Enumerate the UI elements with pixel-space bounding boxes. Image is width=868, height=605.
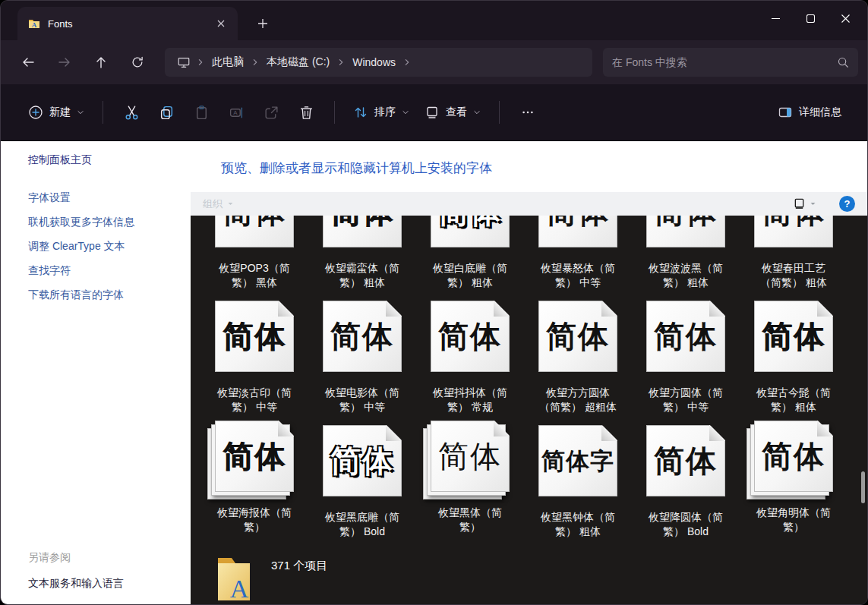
font-item[interactable]: 简体 攸望电影体（简繁） 中等	[308, 301, 416, 414]
new-tab-button[interactable]	[250, 12, 276, 35]
font-preview-glyph: 简体	[438, 216, 502, 227]
font-item[interactable]: 简体 攸望方方圆体（简繁） 超粗体	[524, 301, 632, 414]
address-bar[interactable]: 此电脑 本地磁盘 (C:) Windows	[165, 48, 592, 77]
share-icon	[264, 105, 279, 121]
font-grid: 简体 攸望POP3（简繁） 黑体 简体 攸望霸蛮体（简繁） 粗体 简体 攸望白底…	[191, 216, 867, 550]
forward-button[interactable]	[48, 48, 81, 77]
font-page: 简体	[323, 301, 402, 372]
more-options-button[interactable]	[510, 97, 545, 128]
font-name: 攸望方方圆体（简繁） 超粗体	[538, 386, 618, 414]
font-preview-icon: 简体	[316, 216, 409, 247]
details-pane-button[interactable]: 详细信息	[770, 99, 849, 126]
fonts-folder-icon: A	[28, 17, 40, 30]
sidebar-item-link[interactable]: 调整 ClearType 文本	[28, 241, 125, 251]
font-preview-icon: 简体	[639, 301, 732, 372]
this-pc-icon[interactable]	[172, 55, 195, 69]
navigation-bar: 此电脑 本地磁盘 (C:) Windows	[1, 40, 867, 84]
font-item[interactable]: 简体 攸望淡古印（简繁） 中等	[200, 301, 308, 414]
maximize-button[interactable]	[793, 5, 828, 31]
breadcrumb-item[interactable]: Windows	[345, 53, 403, 71]
help-button[interactable]: ?	[839, 196, 855, 212]
font-name: 攸望黑钟体（简繁） 粗体	[538, 510, 618, 539]
new-button[interactable]: 新建	[21, 99, 92, 126]
font-item[interactable]: 简体 攸望方圆体（简繁） 中等	[632, 301, 740, 414]
refresh-button[interactable]	[121, 48, 154, 77]
font-name: 攸望淡古印（简繁） 中等	[214, 386, 295, 414]
minimize-button[interactable]	[758, 5, 793, 31]
help-label: ?	[844, 198, 851, 210]
sidebar-item-control-panel-home[interactable]: 控制面板主页	[28, 153, 183, 167]
up-button[interactable]	[84, 48, 118, 77]
scrollbar-thumb[interactable]	[861, 471, 865, 503]
change-view-button[interactable]	[794, 198, 816, 210]
svg-text:A: A	[233, 109, 238, 116]
share-button[interactable]	[254, 97, 289, 128]
font-page: 简体	[323, 216, 402, 247]
font-name: 攸望霸蛮体（简繁） 粗体	[322, 261, 402, 290]
page-fold	[494, 301, 510, 317]
font-preview-glyph: 简体	[654, 446, 718, 476]
breadcrumb-chevron-icon	[403, 58, 411, 66]
cut-button[interactable]	[114, 97, 149, 128]
sidebar-item-text-services[interactable]: 文本服务和输入语言	[28, 577, 124, 589]
font-item[interactable]: 简体 攸望暴怒体（简繁） 中等	[524, 216, 632, 290]
font-item[interactable]: 简体 攸望春田工艺（简繁） 粗体	[740, 216, 847, 290]
organize-button[interactable]: 组织	[203, 197, 234, 211]
font-item[interactable]: 简体 攸望角明体（简繁）	[740, 425, 847, 539]
chevron-down-icon	[810, 200, 816, 207]
svg-text:A: A	[32, 21, 37, 29]
page-fold	[278, 421, 294, 436]
search-box[interactable]	[603, 48, 858, 77]
sidebar-item-link[interactable]: 字体设置	[28, 192, 71, 203]
font-item[interactable]: 简体 攸望霸蛮体（简繁） 粗体	[308, 216, 416, 290]
font-item[interactable]: 简体 攸望黑底雕（简繁） Bold	[308, 425, 416, 539]
tab-fonts[interactable]: A Fonts	[17, 7, 238, 40]
content-header: 预览、删除或者显示和隐藏计算机上安装的字体	[191, 141, 867, 192]
paste-button[interactable]	[184, 97, 219, 128]
tab-close-icon[interactable]	[210, 13, 232, 34]
page-fold	[386, 301, 402, 317]
back-button[interactable]	[11, 48, 45, 77]
close-button[interactable]	[828, 5, 863, 31]
breadcrumb-item[interactable]: 此电脑	[204, 52, 251, 72]
delete-button[interactable]	[289, 97, 324, 128]
search-icon[interactable]	[837, 56, 849, 68]
font-name: 攸望黑体（简繁）	[430, 506, 510, 534]
font-preview-glyph: 简体字	[541, 449, 614, 473]
search-input[interactable]	[612, 56, 837, 68]
font-item[interactable]: 简体 攸望降圆体（简繁） Bold	[632, 425, 740, 539]
font-preview-icon: 简体	[747, 421, 840, 492]
page-fold	[817, 301, 833, 317]
titlebar: A Fonts	[1, 1, 867, 40]
sidebar-task-links: 字体设置 联机获取更多字体信息 调整 ClearType 文本 查找字符 下载所…	[28, 191, 183, 313]
sort-label: 排序	[374, 106, 396, 119]
font-name: 攸望降圆体（简繁） Bold	[645, 510, 726, 539]
font-preview-glyph: 简体	[223, 441, 286, 471]
font-item[interactable]: 简体 攸望抖抖体（简繁） 常规	[416, 301, 524, 414]
sidebar-item-link[interactable]: 联机获取更多字体信息	[28, 216, 134, 227]
font-item[interactable]: 简体 攸望古今髭（简繁） 粗体	[740, 301, 847, 414]
font-preview-icon: 简体	[208, 421, 301, 492]
font-name: 攸望海报体（简繁）	[214, 506, 295, 534]
command-bar: 新建 A 排序 查看	[1, 84, 867, 141]
font-name: 攸望POP3（简繁） 黑体	[214, 261, 295, 290]
sidebar-item-link[interactable]: 下载所有语言的字体	[28, 289, 124, 300]
font-item[interactable]: 简体 攸望白底雕（简繁） 粗体	[416, 216, 524, 290]
font-item[interactable]: 简体 攸望POP3（简繁） 黑体	[200, 216, 308, 290]
sort-button[interactable]: 排序	[346, 99, 417, 126]
font-item[interactable]: 简体字 攸望黑钟体（简繁） 粗体	[524, 425, 632, 539]
details-pane-icon	[778, 105, 793, 120]
font-preview-glyph: 简体	[654, 321, 718, 351]
sidebar-item-link[interactable]: 查找字符	[28, 265, 71, 276]
breadcrumb-chevron-icon	[197, 58, 204, 66]
font-name: 攸望角明体（简繁）	[753, 506, 834, 534]
breadcrumb-item[interactable]: 本地磁盘 (C:)	[259, 52, 337, 72]
font-item[interactable]: 简体 攸望海报体（简繁）	[200, 425, 308, 539]
font-page: 简体	[215, 216, 294, 247]
trash-icon	[298, 105, 314, 121]
copy-button[interactable]	[149, 97, 184, 128]
font-item[interactable]: 简体 攸望黑体（简繁）	[416, 425, 524, 539]
font-item[interactable]: 简体 攸望波波黑（简繁） 粗体	[632, 216, 740, 290]
view-button[interactable]: 查看	[417, 99, 488, 126]
rename-button[interactable]: A	[219, 97, 254, 128]
